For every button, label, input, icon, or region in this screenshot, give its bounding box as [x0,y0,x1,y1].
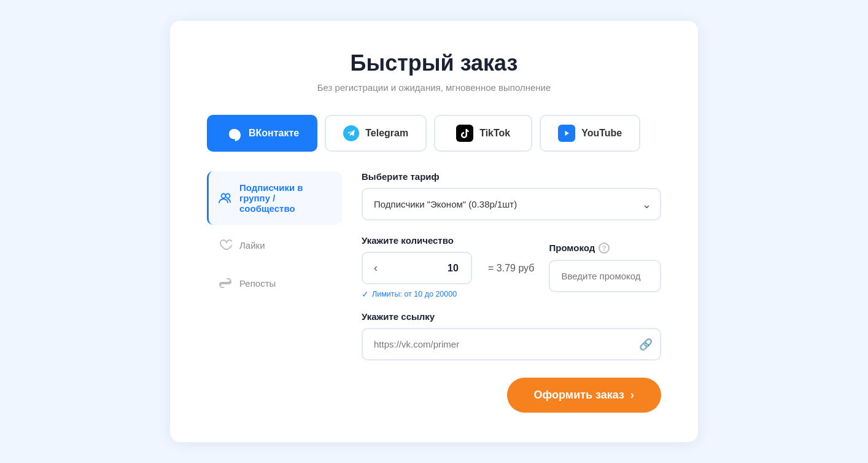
form-area: Выберите тариф Подписчики "Эконом" (0.38… [362,171,661,413]
youtube-icon [558,125,575,142]
quantity-limits-text: Лимиты: от 10 до 20000 [372,290,457,298]
quantity-label: Укажите количество [362,235,534,246]
tariff-section: Выберите тариф Подписчики "Эконом" (0.38… [362,171,661,220]
sidebar-item-likes[interactable]: Лайки [207,227,342,263]
tariff-select[interactable]: Подписчики "Эконом" (0.38р/1шт) [362,188,661,220]
promo-label-row: Промокод ? [549,243,661,254]
main-content: Подписчики в группу / сообщество Лайки [207,171,661,413]
quantity-limits: ✓ Лимиты: от 10 до 20000 [362,289,534,299]
check-icon: ✓ [362,289,369,299]
promo-input[interactable] [549,260,661,292]
tab-telegram[interactable]: Telegram [325,115,427,152]
sidebar-item-likes-label: Лайки [239,240,265,251]
page-title: Быстрый заказ [207,50,661,76]
sidebar-item-subscribers-label: Подписчики в группу / сообщество [239,182,332,214]
url-input-wrapper: 🔗 [362,328,661,360]
tiktok-icon [456,125,473,142]
promo-section: Промокод ? [549,243,661,292]
sidebar-item-subscribers[interactable]: Подписчики в группу / сообщество [207,171,342,225]
sidebar-item-reposts[interactable]: Репосты [207,265,342,301]
platform-tabs: ВКонтакте Telegram TikTok [207,115,661,152]
quantity-control: ‹ › [362,252,472,284]
telegram-icon [343,125,359,141]
svg-point-4 [226,193,230,198]
submit-arrow-icon: › [630,389,634,402]
url-section: Укажите ссылку 🔗 [362,311,661,360]
page-subtitle: Без регистрации и ожидания, мгновенное в… [207,82,661,93]
quantity-price: = 3.79 руб [488,263,534,274]
tab-telegram-label: Telegram [365,128,408,139]
tab-tiktok-label: TikTok [479,128,510,139]
main-container: Быстрый заказ Без регистрации и ожидания… [170,21,698,442]
likes-icon [219,238,232,252]
sidebar: Подписчики в группу / сообщество Лайки [207,171,342,413]
reposts-icon [219,276,232,290]
submit-label: Оформить заказ [534,389,624,402]
quantity-section: Укажите количество ‹ › = 3.79 руб ✓ Лими… [362,235,534,299]
submit-row: Оформить заказ › [362,378,661,413]
url-label: Укажите ссылку [362,311,661,322]
tariff-select-wrapper: Подписчики "Эконом" (0.38р/1шт) ⌄ [362,188,661,220]
quantity-promo-row: Укажите количество ‹ › = 3.79 руб ✓ Лими… [362,235,661,299]
tab-vk[interactable]: ВКонтакте [207,115,317,152]
url-input[interactable] [362,328,661,360]
subscribers-icon [219,192,232,205]
promo-label-text: Промокод [549,243,595,253]
tab-tiktok[interactable]: TikTok [434,115,532,152]
quantity-input[interactable] [389,254,472,282]
submit-button[interactable]: Оформить заказ › [507,378,661,413]
tab-youtube[interactable]: YouTube [540,115,640,152]
tab-vk-label: ВКонтакте [249,128,299,139]
promo-help-icon[interactable]: ? [599,243,610,254]
tariff-label: Выберите тариф [362,171,661,182]
sidebar-item-reposts-label: Репосты [239,278,276,289]
quantity-decrease-button[interactable]: ‹ [363,253,389,283]
tab-youtube-label: YouTube [581,128,622,139]
svg-point-3 [222,193,226,198]
vk-icon [225,125,242,142]
